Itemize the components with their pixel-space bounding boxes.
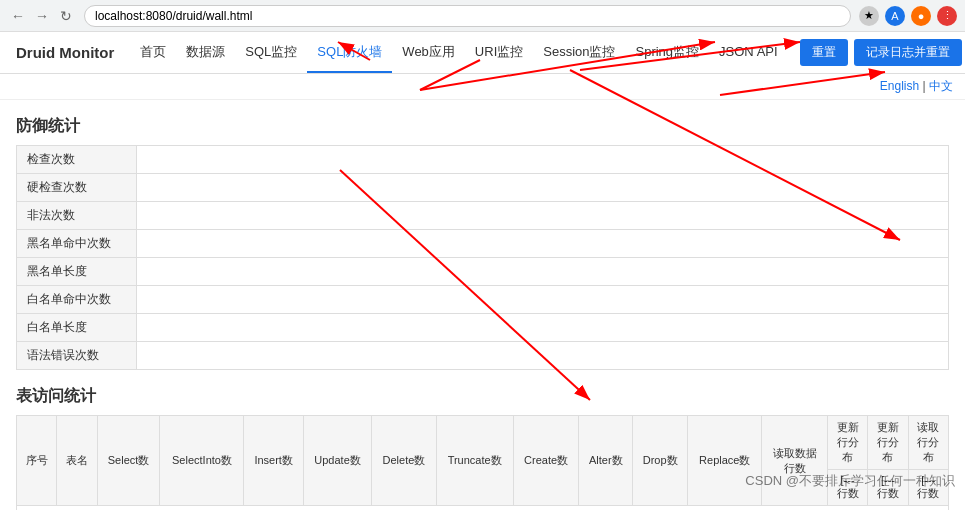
defense-label-3: 黑名单命中次数 (17, 230, 137, 258)
table-row: 检查次数 (17, 146, 949, 174)
nav-item-json-api[interactable]: JSON API (709, 32, 788, 73)
profile-icon[interactable]: ● (911, 6, 931, 26)
col-selectinto: SelectInto数 (160, 416, 244, 506)
col-alter: Alter数 (579, 416, 633, 506)
lang-english[interactable]: English (880, 79, 919, 93)
access-table-empty-row (17, 506, 949, 511)
nav-item-session-monitor[interactable]: Session监控 (533, 32, 625, 73)
table-row: 白名单长度 (17, 314, 949, 342)
brand-label: Druid Monitor (0, 44, 130, 61)
col-create: Create数 (513, 416, 579, 506)
nav-item-datasource[interactable]: 数据源 (176, 32, 235, 73)
menu-icon[interactable]: ⋮ (937, 6, 957, 26)
defense-value-6 (137, 314, 949, 342)
main-content: 防御统计 检查次数 硬检查次数 非法次数 黑名单命中次数 (0, 100, 965, 510)
defense-value-7 (137, 342, 949, 370)
table-row: 黑名单命中次数 (17, 230, 949, 258)
browser-chrome: ← → ↻ ★ A ● ⋮ (0, 0, 965, 32)
col-update-sub: [---行数 (827, 470, 867, 506)
log-reset-button[interactable]: 记录日志并重置 (854, 39, 962, 66)
table-row: 白名单命中次数 (17, 286, 949, 314)
col-delete: Delete数 (372, 416, 436, 506)
col-seq: 序号 (17, 416, 57, 506)
col-insert: Insert数 (244, 416, 303, 506)
table-row: 语法错误次数 (17, 342, 949, 370)
col-table-name: 表名 (57, 416, 97, 506)
defense-value-0 (137, 146, 949, 174)
table-row: 非法次数 (17, 202, 949, 230)
defense-value-4 (137, 258, 949, 286)
defense-value-3 (137, 230, 949, 258)
col-fetch-rows: 读取数据行数 (762, 416, 828, 506)
defense-label-4: 黑名单长度 (17, 258, 137, 286)
defense-value-2 (137, 202, 949, 230)
nav-menu: 首页 数据源 SQL监控 SQL防火墙 Web应用 URI监控 Session监… (130, 32, 787, 73)
lang-bar: English | 中文 (0, 74, 965, 100)
nav-item-sql-firewall[interactable]: SQL防火墙 (307, 32, 392, 73)
defense-label-0: 检查次数 (17, 146, 137, 174)
defense-label-1: 硬检查次数 (17, 174, 137, 202)
defense-label-5: 白名单命中次数 (17, 286, 137, 314)
defense-value-1 (137, 174, 949, 202)
top-nav: Druid Monitor 首页 数据源 SQL监控 SQL防火墙 Web应用 … (0, 32, 965, 74)
nav-item-uri-monitor[interactable]: URI监控 (465, 32, 533, 73)
col-replace: Replace数 (688, 416, 762, 506)
lang-chinese[interactable]: 中文 (929, 79, 953, 93)
defense-label-2: 非法次数 (17, 202, 137, 230)
nav-item-sql-monitor[interactable]: SQL监控 (235, 32, 307, 73)
extension-icon[interactable]: A (885, 6, 905, 26)
access-table-header-row: 序号 表名 Select数 SelectInto数 Insert数 Update… (17, 416, 949, 470)
defense-section-title: 防御统计 (16, 116, 949, 137)
defense-label-7: 语法错误次数 (17, 342, 137, 370)
reload-button[interactable]: ↻ (56, 6, 76, 26)
col-fetch-sub: [---行数 (908, 470, 948, 506)
col-truncate: Truncate数 (436, 416, 513, 506)
nav-item-web-app[interactable]: Web应用 (392, 32, 465, 73)
defense-value-5 (137, 286, 949, 314)
defense-table: 检查次数 硬检查次数 非法次数 黑名单命中次数 黑名单长度 (16, 145, 949, 370)
col-update: Update数 (303, 416, 372, 506)
nav-item-home[interactable]: 首页 (130, 32, 176, 73)
table-row: 硬检查次数 (17, 174, 949, 202)
nav-item-spring-monitor[interactable]: Spring监控 (626, 32, 710, 73)
table-row: 黑名单长度 (17, 258, 949, 286)
address-bar[interactable] (84, 5, 851, 27)
browser-icon-group: ★ A ● ⋮ (859, 6, 957, 26)
col-drop: Drop数 (633, 416, 688, 506)
bookmark-icon[interactable]: ★ (859, 6, 879, 26)
back-button[interactable]: ← (8, 6, 28, 26)
forward-button[interactable]: → (32, 6, 52, 26)
access-table: 序号 表名 Select数 SelectInto数 Insert数 Update… (16, 415, 949, 510)
col-fetch-row-dist-header: 读取行分布 (908, 416, 948, 470)
col-select: Select数 (97, 416, 160, 506)
nav-action-buttons: 重置 记录日志并重置 (788, 39, 965, 66)
table-access-section-title: 表访问统计 (16, 386, 949, 407)
defense-label-6: 白名单长度 (17, 314, 137, 342)
reset-button[interactable]: 重置 (800, 39, 848, 66)
col-update-sub2: [---行数 (868, 470, 908, 506)
col-update-row-dist-header: 更新行分布 (827, 416, 867, 470)
col-update-row-dist-header2: 更新行分布 (868, 416, 908, 470)
browser-nav-buttons: ← → ↻ (8, 6, 76, 26)
